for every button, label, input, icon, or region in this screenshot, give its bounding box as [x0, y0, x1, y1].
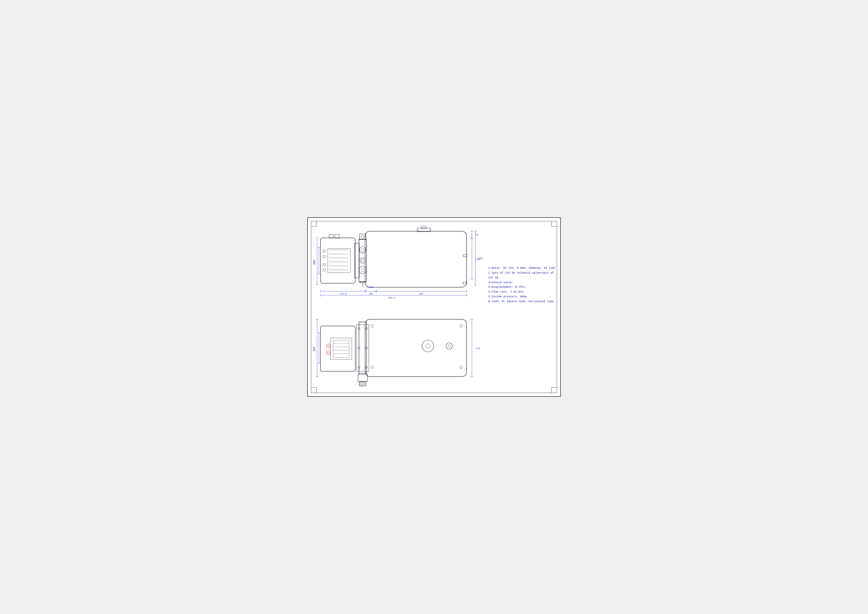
top-view-drawing: 441.5 176.5 40 225 215 11 [313, 223, 484, 306]
svg-point-77 [460, 366, 463, 369]
spec-line-5: 4.Flow rate: 2.6L/min [488, 290, 558, 295]
svg-point-12 [323, 268, 326, 271]
spec-line-6: 5.System pressure: 8Mpa [488, 295, 558, 299]
spec-line-1: 1.Motor: DC 12V, 0.8KW, 3500rpm, S3 type [488, 266, 558, 271]
svg-point-80 [328, 345, 329, 347]
svg-point-76 [460, 325, 463, 327]
svg-text:203: 203 [479, 257, 483, 260]
specifications-panel: 1.Motor: DC 12V, 0.8KW, 3500rpm, S3 type… [488, 266, 558, 304]
svg-text:114: 114 [313, 260, 315, 264]
svg-rect-83 [330, 338, 352, 359]
svg-point-26 [361, 268, 364, 271]
svg-rect-78 [321, 326, 355, 371]
svg-rect-90 [356, 325, 369, 371]
svg-point-22 [361, 248, 364, 251]
corner-tr [552, 221, 557, 226]
bottom-view-drawing: 213 114 179 [313, 311, 484, 389]
svg-rect-29 [360, 281, 366, 283]
svg-rect-3 [463, 255, 467, 257]
svg-rect-7 [329, 234, 333, 238]
spec-line-7: 6.Tank: 5L square tank, horizontal type [488, 299, 558, 304]
drawing-page: 441.5 176.5 40 225 215 11 [307, 217, 561, 397]
svg-point-11 [323, 263, 326, 266]
svg-point-10 [323, 255, 326, 258]
svg-rect-0 [365, 231, 467, 287]
corner-br [552, 388, 557, 393]
svg-text:179: 179 [475, 347, 480, 350]
svg-point-79 [326, 344, 331, 348]
svg-text:2-M10: 2-M10 [366, 286, 373, 289]
svg-rect-2 [421, 226, 426, 228]
svg-point-23 [360, 258, 366, 263]
svg-rect-84 [333, 340, 349, 357]
svg-text:114: 114 [313, 347, 315, 351]
svg-point-72 [446, 343, 453, 349]
svg-point-24 [362, 259, 364, 262]
svg-point-71 [426, 344, 430, 348]
svg-rect-13 [328, 248, 350, 273]
svg-rect-69 [365, 319, 467, 377]
svg-point-75 [371, 366, 374, 369]
svg-point-74 [371, 325, 374, 327]
svg-text:225: 225 [419, 293, 423, 295]
svg-point-81 [326, 350, 331, 355]
spec-line-3: solenoid valve. [488, 280, 558, 285]
spec-line-2: 2.1pcs of 12V DA solenoid valve+1pcs of … [488, 271, 558, 280]
svg-point-9 [323, 250, 326, 253]
svg-text:40: 40 [369, 293, 372, 295]
svg-point-82 [328, 352, 329, 354]
svg-point-70 [422, 340, 434, 352]
svg-rect-8 [335, 234, 339, 238]
spec-line-4: 3.Displacement: 0.75cc [488, 285, 558, 290]
svg-point-25 [359, 266, 366, 274]
svg-point-28 [361, 235, 364, 239]
svg-text:24: 24 [475, 234, 478, 236]
svg-rect-5 [321, 238, 355, 283]
svg-text:176.5: 176.5 [339, 293, 346, 295]
svg-point-73 [448, 345, 451, 347]
svg-text:441.5: 441.5 [388, 296, 395, 299]
